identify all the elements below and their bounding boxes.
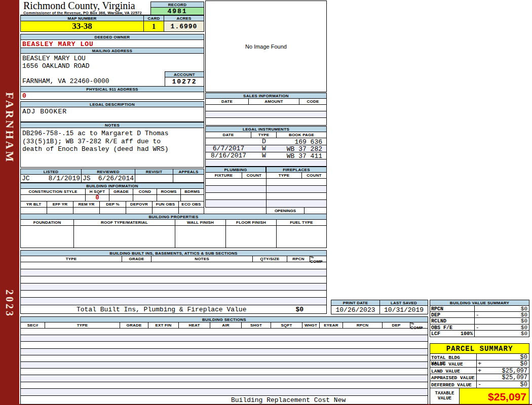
built-ins-total-value: $0 (295, 306, 303, 313)
openings-label: OPENINGS (267, 208, 305, 214)
notes-label: NOTES (20, 122, 204, 128)
revisit-value (135, 175, 173, 182)
fireplaces-title: FIREPLACES (266, 167, 327, 173)
parcel-summary-row: LAND VALUE +$25,097 (430, 368, 529, 374)
bvs-row: LCF100% $0 (430, 331, 529, 337)
roof-value (74, 226, 175, 248)
taxable-value-row: TAXABLEVALUE $25,097 (430, 388, 529, 404)
built-ins-title: BUILDING BUILT INS, BASEMENTS, ATTICS & … (20, 250, 327, 256)
map-number-label: MAP NUMBER (21, 16, 144, 21)
built-ins-row (21, 291, 326, 298)
building-section-row (21, 362, 428, 369)
building-sections-title: BUILDING SECTIONS (20, 316, 428, 322)
tax-year: 2023 (0, 285, 19, 322)
building-sections-table: BUILDING SECTIONS SEC# TYPE GRADE EXT FI… (20, 316, 428, 404)
record-box: RECORD 4981 (150, 2, 204, 15)
notes-body: DB296-758-.15 ac to Margaret D Thomas (3… (20, 128, 204, 168)
building-section-row (21, 342, 428, 348)
building-value-summary-title: BUILDING VALUE SUMMARY (430, 300, 529, 306)
map-number-value: 33-38 (21, 21, 144, 31)
bvs-row: RCLND $0 (430, 318, 529, 324)
legal-description-section: LEGAL DESCRIPTION ADJ BOOKER (20, 101, 204, 122)
reviewed-label: REVIEWED (82, 169, 135, 174)
wall-finish-value (175, 226, 226, 248)
building-section-row (21, 382, 428, 389)
fireplace-row (267, 186, 326, 193)
parcel-summary-row: APPRAISED VALUE $25,097 (430, 374, 529, 381)
grade-value (109, 195, 133, 201)
notes-section: NOTES DB296-758-.15 ac to Margaret D Tho… (20, 122, 204, 168)
bvs-row: DEP -$0 (430, 312, 529, 318)
parcel-summary-row: OBLDG VALUE +$0 (430, 360, 529, 367)
listed-label: LISTED (21, 169, 82, 174)
floor-finish-value (226, 226, 277, 248)
acres-label: ACRES (164, 16, 204, 21)
appeals-label: APPEALS (173, 169, 204, 174)
building-section-row (21, 389, 428, 395)
foundation-value (21, 226, 74, 248)
property-record-card: FARNHAM 2023 Richmond County, Virginia C… (0, 0, 532, 405)
sales-row (206, 111, 326, 118)
appeals-value (173, 175, 204, 182)
fireplace-row (267, 179, 326, 186)
last-saved-label: LAST SAVED (380, 300, 428, 305)
deeded-owner-label: DEEDED OWNER (20, 34, 204, 40)
county-subtitle: Commissioner of the Revenue, PO Box 366,… (20, 11, 151, 15)
review-table: LISTED REVIEWED REVISIT APPEALS JC8/1/20… (20, 169, 204, 183)
legal-instruments-title: LEGAL INSTRUMENTS (205, 126, 327, 132)
map-card-acres-table: MAP NUMBER CARD ACRES 33-38 1 1.6990 (20, 15, 204, 32)
building-value-summary: BUILDING VALUE SUMMARY RPCN $0 DEP -$0 (430, 300, 529, 337)
property-photo-placeholder: No Image Found (205, 1, 327, 92)
district-name: FARNHAM (0, 85, 19, 171)
sales-row (206, 105, 326, 111)
notes-line: (33(5)1B); WB 37-282 R/E aff due to (22, 138, 202, 146)
bvs-row: RPCN $0 (430, 306, 529, 312)
fireplaces-table: FIREPLACES TYPE COUNT OPENINGS (266, 167, 327, 214)
deeded-owner-value: BEASLEY MARY LOU (20, 40, 204, 48)
account-value: 10272 (165, 77, 204, 87)
built-ins-row (21, 284, 326, 291)
building-section-row (21, 375, 428, 382)
fireplace-row (267, 200, 326, 207)
instrument-row: 6/7/2017 W WB 37 282 (206, 145, 326, 152)
building-section-row (21, 349, 428, 355)
taxable-value-label: TAXABLEVALUE (430, 388, 460, 404)
district-sidebar: FARNHAM 2023 (0, 0, 19, 405)
building-information-section: BUILDING INFORMATION CONSTRUCTION STYLE … (20, 183, 204, 214)
fireplace-row (267, 193, 326, 200)
mailing-line: BEASLEY MARY LOU (22, 55, 202, 62)
acres-value: 1.6990 (164, 21, 204, 31)
card-label: CARD (144, 16, 164, 21)
plumbing-row (206, 179, 266, 186)
built-ins-row (21, 269, 326, 276)
bdrms-value (181, 195, 204, 201)
sales-row (206, 118, 326, 125)
plumbing-fireplaces-tables: PLUMBING FIXTURE COUNT FIREPLACES TYPE C… (205, 167, 327, 214)
plumbing-row (206, 200, 266, 207)
building-section-row (21, 335, 428, 342)
built-ins-row (21, 298, 326, 305)
building-properties-title: BUILDING PROPERTIES (20, 214, 327, 220)
record-value: 4981 (150, 8, 204, 15)
revisit-label: REVISIT (135, 169, 173, 174)
print-date-label: PRINT DATE (331, 300, 380, 305)
account-label: ACCOUNT (165, 71, 204, 77)
built-ins-row (21, 276, 326, 284)
parcel-summary-row: TOTAL BLDG VALUE $0 (430, 354, 529, 360)
building-information-title: BUILDING INFORMATION (20, 183, 204, 189)
rooms-value (157, 195, 181, 201)
physical-address-label: PHYSICAL 911 ADDRESS (20, 86, 204, 92)
notes-line: death of Enoch Beasley (deed had WRS) (22, 145, 202, 153)
mailing-address-label: MAILING ADDRESS (20, 48, 204, 54)
replacement-cost-label: Building Replacement Cost New (231, 396, 346, 404)
bvs-row: OBS F/E -$0 (430, 325, 529, 331)
record-label: RECORD (150, 2, 204, 8)
reviewed-value: JS6/26/2014 (82, 175, 135, 182)
notes-line: DB296-758-.15 ac to Margaret D Thomas (22, 130, 202, 138)
parcel-summary: PARCEL SUMMARY TOTAL BLDG VALUE $0 OBLDG… (430, 343, 529, 404)
openings-value (305, 208, 326, 214)
mailing-line: 1656 OAKLAND ROAD (22, 62, 202, 70)
built-ins-section: BUILDING BUILT INS, BASEMENTS, ATTICS & … (20, 250, 327, 314)
sales-information-title: SALES INFORMATION (205, 93, 327, 99)
built-ins-total-label: Total Built Ins, Plumbing & Fireplace Va… (77, 306, 246, 313)
